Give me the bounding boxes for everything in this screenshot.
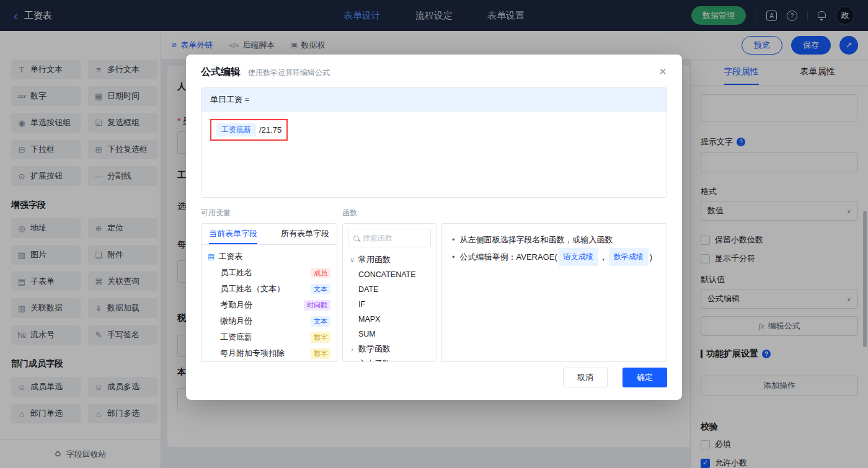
tab-current-form-fields[interactable]: 当前表单字段 [209,224,257,244]
example-field-token: 数学成绩 [609,248,649,266]
function-item[interactable]: CONCATENATE [349,267,430,282]
field-type-tag: 文本 [311,316,330,327]
variables-tabs: 当前表单字段 所有表单字段 [202,224,337,245]
field-row[interactable]: 缴纳月份文本 [208,313,330,329]
function-group-math[interactable]: › 数学函数 [349,342,430,356]
modal-subtitle: 使用数学运算符编辑公式 [248,68,330,78]
field-row[interactable]: 每月附加专项扣除数字 [208,345,330,361]
bullet-icon: • [452,231,455,248]
field-type-tag: 数字 [311,332,330,343]
function-group-common[interactable]: ∨ 常用函数 [349,252,430,267]
close-icon[interactable]: × [655,63,671,79]
field-row[interactable]: 员工姓名成员 [208,265,330,281]
field-type-tag: 时间戳 [304,300,330,311]
modal-panels: 当前表单字段 所有表单字段 ▤ 工资表 员工姓名成员 员工姓名（文本）文本 考勤… [201,223,667,362]
chevron-right-icon: › [349,360,355,362]
formula-edit-modal: 公式编辑 使用数学运算符编辑公式 × 单日工资 = 工资底薪 /21.75 可用… [186,55,682,400]
field-row[interactable]: 员工姓名（文本）文本 [208,281,330,297]
function-search [348,229,431,247]
variables-tree: ▤ 工资表 员工姓名成员 员工姓名（文本）文本 考勤月份时间戳 缴纳月份文本 工… [202,245,337,362]
function-group-text[interactable]: › 文本函数 [349,356,430,362]
formula-input-area[interactable]: 工资底薪 /21.75 [202,112,666,197]
formula-editor: 单日工资 = 工资底薪 /21.75 [201,87,667,198]
tree-root[interactable]: ▤ 工资表 [208,249,330,265]
formula-highlight-annotation: 工资底薪 /21.75 [210,119,288,141]
search-icon [353,236,359,241]
example-field-token: 语文成绩 [559,248,598,266]
function-search-input[interactable] [363,234,425,242]
formula-target: 单日工资 = [202,88,666,112]
help-panel: • 从左侧面板选择字段名和函数，或输入函数 • 公式编辑举例：AVERAGE( … [441,223,667,362]
help-line: • 从左侧面板选择字段名和函数，或输入函数 [452,231,657,248]
chevron-down-icon: ∨ [349,256,355,264]
functions-label: 函数 [342,208,357,218]
variables-panel: 当前表单字段 所有表单字段 ▤ 工资表 员工姓名成员 员工姓名（文本）文本 考勤… [201,223,337,362]
field-row[interactable]: 考勤月份时间戳 [208,297,330,313]
modal-header: 公式编辑 使用数学运算符编辑公式 [186,55,682,79]
modal-footer: 取消 确定 [563,368,667,387]
document-icon: ▤ [208,252,215,261]
variables-label: 可用变量 [201,208,342,218]
functions-panel: ∨ 常用函数 CONCATENATE DATE IF MAPX SUM › 数学… [342,223,436,362]
formula-expression: /21.75 [259,125,281,135]
confirm-button[interactable]: 确定 [622,368,667,387]
field-row[interactable]: 工资底薪数字 [208,329,330,345]
field-token[interactable]: 工资底薪 [216,123,256,136]
function-item[interactable]: MAPX [349,312,430,327]
cancel-button[interactable]: 取消 [563,368,608,387]
field-type-tag: 成员 [311,268,330,278]
modal-title: 公式编辑 [201,66,241,79]
panel-labels: 可用变量 函数 [201,208,667,218]
bullet-icon: • [452,249,455,265]
tab-all-form-fields[interactable]: 所有表单字段 [281,224,329,244]
field-type-tag: 数字 [311,348,330,359]
function-item[interactable]: SUM [349,327,430,342]
function-item[interactable]: IF [349,297,430,312]
field-type-tag: 文本 [311,284,330,294]
functions-tree: ∨ 常用函数 CONCATENATE DATE IF MAPX SUM › 数学… [343,252,436,362]
function-item[interactable]: DATE [349,282,430,297]
help-line-example: • 公式编辑举例：AVERAGE( 语文成绩 ， 数学成绩 ) [452,248,657,266]
chevron-right-icon: › [349,345,355,353]
